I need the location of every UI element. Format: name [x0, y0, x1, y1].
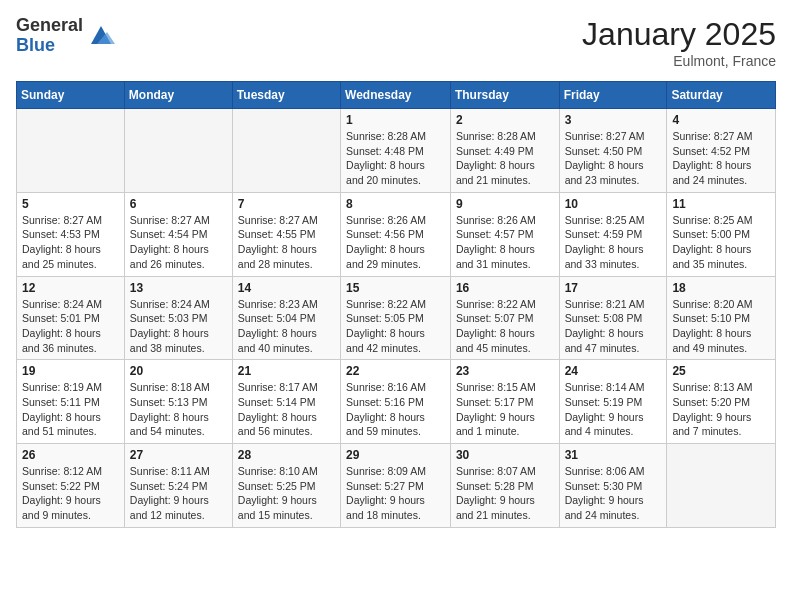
weekday-header-sunday: Sunday — [17, 82, 125, 109]
day-number: 19 — [22, 364, 119, 378]
logo-icon — [87, 22, 115, 50]
title-block: January 2025 Eulmont, France — [582, 16, 776, 69]
calendar-cell: 15Sunrise: 8:22 AM Sunset: 5:05 PM Dayli… — [341, 276, 451, 360]
day-info: Sunrise: 8:27 AM Sunset: 4:53 PM Dayligh… — [22, 213, 119, 272]
day-info: Sunrise: 8:06 AM Sunset: 5:30 PM Dayligh… — [565, 464, 662, 523]
calendar-cell: 5Sunrise: 8:27 AM Sunset: 4:53 PM Daylig… — [17, 192, 125, 276]
page-header: General Blue January 2025 Eulmont, Franc… — [16, 16, 776, 69]
calendar-table: SundayMondayTuesdayWednesdayThursdayFrid… — [16, 81, 776, 528]
logo-general-text: General — [16, 16, 83, 36]
day-info: Sunrise: 8:22 AM Sunset: 5:07 PM Dayligh… — [456, 297, 554, 356]
day-info: Sunrise: 8:27 AM Sunset: 4:52 PM Dayligh… — [672, 129, 770, 188]
day-number: 24 — [565, 364, 662, 378]
day-number: 17 — [565, 281, 662, 295]
day-number: 20 — [130, 364, 227, 378]
day-number: 6 — [130, 197, 227, 211]
calendar-cell: 24Sunrise: 8:14 AM Sunset: 5:19 PM Dayli… — [559, 360, 667, 444]
day-info: Sunrise: 8:27 AM Sunset: 4:55 PM Dayligh… — [238, 213, 335, 272]
day-number: 4 — [672, 113, 770, 127]
calendar-cell: 2Sunrise: 8:28 AM Sunset: 4:49 PM Daylig… — [450, 109, 559, 193]
calendar-cell: 1Sunrise: 8:28 AM Sunset: 4:48 PM Daylig… — [341, 109, 451, 193]
weekday-header-tuesday: Tuesday — [232, 82, 340, 109]
day-number: 25 — [672, 364, 770, 378]
calendar-cell: 25Sunrise: 8:13 AM Sunset: 5:20 PM Dayli… — [667, 360, 776, 444]
day-info: Sunrise: 8:13 AM Sunset: 5:20 PM Dayligh… — [672, 380, 770, 439]
day-number: 27 — [130, 448, 227, 462]
calendar-cell — [667, 444, 776, 528]
calendar-cell: 26Sunrise: 8:12 AM Sunset: 5:22 PM Dayli… — [17, 444, 125, 528]
calendar-cell — [124, 109, 232, 193]
day-number: 9 — [456, 197, 554, 211]
month-title: January 2025 — [582, 16, 776, 53]
day-number: 2 — [456, 113, 554, 127]
day-number: 21 — [238, 364, 335, 378]
calendar-cell: 9Sunrise: 8:26 AM Sunset: 4:57 PM Daylig… — [450, 192, 559, 276]
day-number: 22 — [346, 364, 445, 378]
day-number: 12 — [22, 281, 119, 295]
calendar-cell: 18Sunrise: 8:20 AM Sunset: 5:10 PM Dayli… — [667, 276, 776, 360]
calendar-cell: 30Sunrise: 8:07 AM Sunset: 5:28 PM Dayli… — [450, 444, 559, 528]
location: Eulmont, France — [582, 53, 776, 69]
day-info: Sunrise: 8:27 AM Sunset: 4:54 PM Dayligh… — [130, 213, 227, 272]
calendar-cell — [232, 109, 340, 193]
calendar-cell: 13Sunrise: 8:24 AM Sunset: 5:03 PM Dayli… — [124, 276, 232, 360]
calendar-cell: 11Sunrise: 8:25 AM Sunset: 5:00 PM Dayli… — [667, 192, 776, 276]
day-info: Sunrise: 8:20 AM Sunset: 5:10 PM Dayligh… — [672, 297, 770, 356]
week-row-1: 1Sunrise: 8:28 AM Sunset: 4:48 PM Daylig… — [17, 109, 776, 193]
logo: General Blue — [16, 16, 115, 56]
day-number: 8 — [346, 197, 445, 211]
day-number: 16 — [456, 281, 554, 295]
day-number: 13 — [130, 281, 227, 295]
day-info: Sunrise: 8:10 AM Sunset: 5:25 PM Dayligh… — [238, 464, 335, 523]
day-info: Sunrise: 8:22 AM Sunset: 5:05 PM Dayligh… — [346, 297, 445, 356]
weekday-header-wednesday: Wednesday — [341, 82, 451, 109]
calendar-cell: 6Sunrise: 8:27 AM Sunset: 4:54 PM Daylig… — [124, 192, 232, 276]
day-number: 3 — [565, 113, 662, 127]
calendar-cell: 31Sunrise: 8:06 AM Sunset: 5:30 PM Dayli… — [559, 444, 667, 528]
day-info: Sunrise: 8:15 AM Sunset: 5:17 PM Dayligh… — [456, 380, 554, 439]
day-number: 29 — [346, 448, 445, 462]
day-number: 7 — [238, 197, 335, 211]
day-info: Sunrise: 8:14 AM Sunset: 5:19 PM Dayligh… — [565, 380, 662, 439]
calendar-cell — [17, 109, 125, 193]
day-info: Sunrise: 8:27 AM Sunset: 4:50 PM Dayligh… — [565, 129, 662, 188]
day-info: Sunrise: 8:12 AM Sunset: 5:22 PM Dayligh… — [22, 464, 119, 523]
day-info: Sunrise: 8:21 AM Sunset: 5:08 PM Dayligh… — [565, 297, 662, 356]
logo-blue-text: Blue — [16, 36, 83, 56]
weekday-header-thursday: Thursday — [450, 82, 559, 109]
calendar-cell: 3Sunrise: 8:27 AM Sunset: 4:50 PM Daylig… — [559, 109, 667, 193]
day-info: Sunrise: 8:25 AM Sunset: 4:59 PM Dayligh… — [565, 213, 662, 272]
calendar-cell: 7Sunrise: 8:27 AM Sunset: 4:55 PM Daylig… — [232, 192, 340, 276]
calendar-cell: 17Sunrise: 8:21 AM Sunset: 5:08 PM Dayli… — [559, 276, 667, 360]
week-row-4: 19Sunrise: 8:19 AM Sunset: 5:11 PM Dayli… — [17, 360, 776, 444]
day-number: 5 — [22, 197, 119, 211]
calendar-cell: 29Sunrise: 8:09 AM Sunset: 5:27 PM Dayli… — [341, 444, 451, 528]
day-info: Sunrise: 8:18 AM Sunset: 5:13 PM Dayligh… — [130, 380, 227, 439]
day-number: 1 — [346, 113, 445, 127]
day-number: 18 — [672, 281, 770, 295]
calendar-cell: 22Sunrise: 8:16 AM Sunset: 5:16 PM Dayli… — [341, 360, 451, 444]
calendar-cell: 23Sunrise: 8:15 AM Sunset: 5:17 PM Dayli… — [450, 360, 559, 444]
day-info: Sunrise: 8:25 AM Sunset: 5:00 PM Dayligh… — [672, 213, 770, 272]
calendar-cell: 16Sunrise: 8:22 AM Sunset: 5:07 PM Dayli… — [450, 276, 559, 360]
calendar-cell: 14Sunrise: 8:23 AM Sunset: 5:04 PM Dayli… — [232, 276, 340, 360]
day-number: 11 — [672, 197, 770, 211]
day-number: 28 — [238, 448, 335, 462]
calendar-cell: 8Sunrise: 8:26 AM Sunset: 4:56 PM Daylig… — [341, 192, 451, 276]
calendar-cell: 12Sunrise: 8:24 AM Sunset: 5:01 PM Dayli… — [17, 276, 125, 360]
day-number: 31 — [565, 448, 662, 462]
day-info: Sunrise: 8:28 AM Sunset: 4:48 PM Dayligh… — [346, 129, 445, 188]
calendar-cell: 20Sunrise: 8:18 AM Sunset: 5:13 PM Dayli… — [124, 360, 232, 444]
calendar-cell: 27Sunrise: 8:11 AM Sunset: 5:24 PM Dayli… — [124, 444, 232, 528]
week-row-3: 12Sunrise: 8:24 AM Sunset: 5:01 PM Dayli… — [17, 276, 776, 360]
day-info: Sunrise: 8:17 AM Sunset: 5:14 PM Dayligh… — [238, 380, 335, 439]
day-info: Sunrise: 8:11 AM Sunset: 5:24 PM Dayligh… — [130, 464, 227, 523]
calendar-cell: 21Sunrise: 8:17 AM Sunset: 5:14 PM Dayli… — [232, 360, 340, 444]
calendar-cell: 19Sunrise: 8:19 AM Sunset: 5:11 PM Dayli… — [17, 360, 125, 444]
calendar-cell: 28Sunrise: 8:10 AM Sunset: 5:25 PM Dayli… — [232, 444, 340, 528]
day-number: 23 — [456, 364, 554, 378]
weekday-header-monday: Monday — [124, 82, 232, 109]
day-info: Sunrise: 8:24 AM Sunset: 5:01 PM Dayligh… — [22, 297, 119, 356]
weekday-header-saturday: Saturday — [667, 82, 776, 109]
weekday-header-friday: Friday — [559, 82, 667, 109]
